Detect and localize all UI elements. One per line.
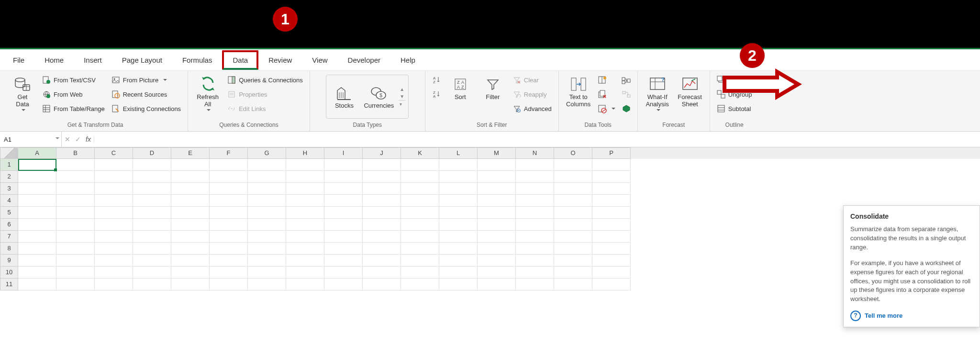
cell[interactable] [401,159,439,171]
cell[interactable] [478,195,516,207]
col-header[interactable]: F [210,147,248,159]
cell[interactable] [516,159,554,171]
datatypes-more-icon[interactable]: ▾ [399,100,405,108]
cell[interactable] [478,171,516,183]
cell[interactable] [210,219,248,231]
cell[interactable] [171,159,210,171]
tab-data[interactable]: Data [222,50,258,70]
cell[interactable] [18,255,56,267]
cell[interactable] [516,231,554,243]
cell[interactable] [324,231,363,243]
sort-button[interactable]: ZAAZ Sort [445,74,475,103]
cell[interactable] [554,267,592,279]
cell[interactable] [592,279,631,290]
cell[interactable] [56,159,95,171]
tab-view[interactable]: View [302,51,337,69]
cell[interactable] [56,183,95,195]
worksheet-grid[interactable]: ABCDEFGHIJKLMNOP 1234567891011 [0,147,980,339]
cell[interactable] [401,171,439,183]
col-header[interactable]: O [554,147,592,159]
cell[interactable] [592,171,631,183]
cell[interactable] [324,267,363,279]
cell[interactable] [133,183,171,195]
cell[interactable] [554,159,592,171]
col-header[interactable]: G [248,147,286,159]
cell[interactable] [439,183,478,195]
row-header[interactable]: 2 [0,171,18,183]
cell[interactable] [478,279,516,290]
cell[interactable] [133,171,171,183]
cell[interactable] [95,243,133,255]
cell[interactable] [248,231,286,243]
cell[interactable] [478,159,516,171]
col-header[interactable]: J [363,147,401,159]
cell[interactable] [363,255,401,267]
cell[interactable] [478,231,516,243]
cell[interactable] [248,159,286,171]
tab-review[interactable]: Review [258,51,302,69]
row-header[interactable]: 5 [0,207,18,219]
col-header[interactable]: B [56,147,95,159]
ungroup-button[interactable]: Ungroup [715,88,754,100]
cell[interactable] [95,159,133,171]
cell[interactable] [324,207,363,219]
cell[interactable] [95,267,133,279]
cell[interactable] [133,207,171,219]
cell[interactable] [210,255,248,267]
cell[interactable] [248,243,286,255]
cell[interactable] [401,219,439,231]
cell[interactable] [18,219,56,231]
cell[interactable] [286,231,324,243]
cell[interactable] [516,267,554,279]
cell[interactable] [18,195,56,207]
cell[interactable] [210,195,248,207]
cell[interactable] [95,231,133,243]
cell[interactable] [248,267,286,279]
cell[interactable] [401,255,439,267]
manage-data-model-button[interactable] [620,102,633,115]
cell[interactable] [286,279,324,290]
cell[interactable] [18,183,56,195]
col-header[interactable]: E [171,147,210,159]
cell[interactable] [592,183,631,195]
cell[interactable] [554,231,592,243]
cell[interactable] [286,255,324,267]
row-header[interactable]: 3 [0,183,18,195]
col-header[interactable]: C [95,147,133,159]
cell[interactable] [133,243,171,255]
cell[interactable] [18,243,56,255]
cell[interactable] [592,255,631,267]
cell[interactable] [439,255,478,267]
cell[interactable] [18,207,56,219]
tab-insert[interactable]: Insert [74,51,112,69]
cell[interactable] [18,267,56,279]
cell[interactable] [56,279,95,290]
tab-formulas[interactable]: Formulas [172,51,223,69]
cell[interactable] [516,195,554,207]
cell[interactable] [363,279,401,290]
cell[interactable] [133,279,171,290]
cell[interactable] [95,219,133,231]
cell[interactable] [592,195,631,207]
existing-connections-button[interactable]: Existing Connections [110,102,183,115]
cell[interactable] [286,171,324,183]
cell[interactable] [210,231,248,243]
name-box[interactable]: A1 [0,132,62,147]
cell[interactable] [401,267,439,279]
fx-icon[interactable]: fx [86,135,91,143]
col-header[interactable]: P [592,147,631,159]
cell[interactable] [554,243,592,255]
text-to-columns-button[interactable]: Text to Columns [564,74,593,110]
cell[interactable] [439,219,478,231]
cell[interactable] [401,207,439,219]
cell[interactable] [516,243,554,255]
cell[interactable] [592,231,631,243]
datatypes-prev-icon[interactable]: ▲ [399,86,405,93]
col-header[interactable]: M [478,147,516,159]
from-text-csv-button[interactable]: From Text/CSV [40,74,107,86]
tab-help[interactable]: Help [390,51,425,69]
cell[interactable] [401,231,439,243]
cell[interactable] [478,219,516,231]
group-rows-button[interactable]: Group [715,74,754,86]
sort-desc-button[interactable]: ZA [430,88,443,100]
